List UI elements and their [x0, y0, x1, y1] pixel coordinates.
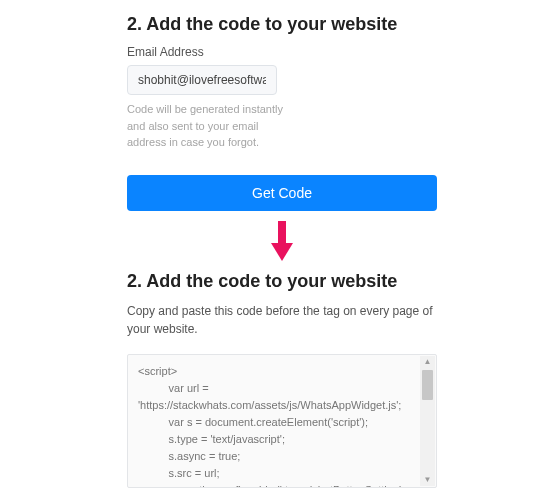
scrollbar[interactable]: ▲ ▼ — [420, 356, 435, 486]
email-label: Email Address — [127, 45, 437, 59]
svg-rect-0 — [278, 221, 286, 245]
svg-marker-1 — [271, 243, 293, 261]
email-input[interactable] — [127, 65, 277, 95]
code-textarea[interactable]: <script> var url = 'https://stackwhats.c… — [127, 354, 437, 488]
get-code-button[interactable]: Get Code — [127, 175, 437, 211]
scroll-down-icon[interactable]: ▼ — [420, 474, 435, 486]
section-heading-bottom: 2. Add the code to your website — [127, 271, 437, 292]
email-hint: Code will be generated instantly and als… — [127, 101, 297, 151]
section-heading-top: 2. Add the code to your website — [127, 14, 437, 35]
code-content: <script> var url = 'https://stackwhats.c… — [138, 363, 418, 488]
scrollbar-thumb[interactable] — [422, 370, 433, 400]
scroll-up-icon[interactable]: ▲ — [420, 356, 435, 368]
section-subtext: Copy and paste this code before the tag … — [127, 302, 437, 338]
arrow-down-icon — [127, 211, 437, 271]
